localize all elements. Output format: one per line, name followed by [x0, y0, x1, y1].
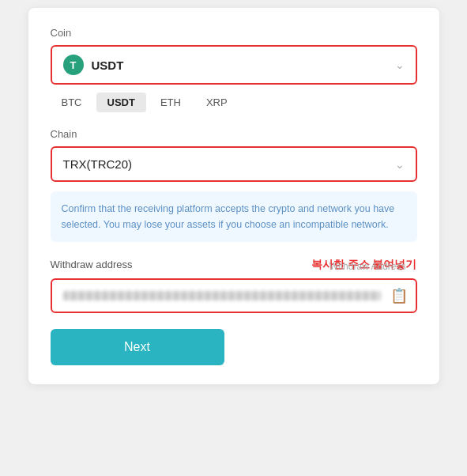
coin-tab-btc[interactable]: BTC: [51, 93, 93, 112]
coin-tab-usdt[interactable]: USDT: [96, 93, 146, 112]
address-label: Withdraw address: [51, 259, 133, 270]
next-button[interactable]: Next: [51, 329, 224, 365]
coin-tab-xrp[interactable]: XRP: [195, 93, 239, 112]
chevron-down-icon: ⌄: [395, 59, 405, 71]
warning-text: Confirm that the receiving platform acce…: [62, 203, 395, 230]
main-card: Coin T USDT ⌄ BTC USDT ETH XRP Chain TRX…: [28, 8, 439, 384]
withdraw-address-placeholder-label: Withdraw Address: [330, 261, 406, 272]
address-blurred-value: [63, 291, 381, 300]
address-section: Withdraw address 복사한 주소 붙여넣기 Withdraw Ad…: [51, 258, 417, 313]
coin-icon: T: [63, 55, 84, 75]
coin-tab-eth[interactable]: ETH: [149, 93, 192, 112]
coin-dropdown[interactable]: T USDT ⌄: [51, 45, 417, 85]
chain-value: TRX(TRC20): [63, 157, 133, 171]
chain-dropdown[interactable]: TRX(TRC20) ⌄: [51, 146, 417, 182]
chevron-down-icon: ⌄: [395, 158, 405, 171]
coin-label: Coin: [51, 27, 417, 39]
address-input-box[interactable]: 📋: [51, 278, 417, 313]
chain-label: Chain: [51, 128, 417, 140]
coin-name: USDT: [92, 59, 124, 72]
coin-left: T USDT: [63, 55, 124, 75]
address-input-wrapper: Withdraw Address 📋: [51, 278, 417, 313]
coin-tabs: BTC USDT ETH XRP: [51, 93, 417, 112]
paste-icon[interactable]: 📋: [390, 287, 408, 304]
warning-box: Confirm that the receiving platform acce…: [51, 191, 417, 242]
